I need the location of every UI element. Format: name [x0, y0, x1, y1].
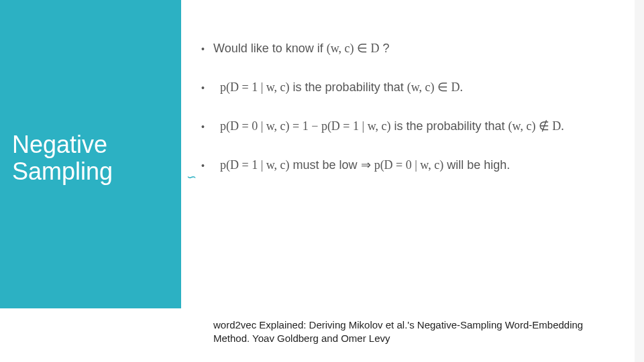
text-fragment: will be high. [443, 158, 510, 172]
math-fragment: (w, c) ∈ D. [407, 80, 463, 94]
math-fragment: p(D = 0 | w, c) [374, 158, 444, 172]
bullet-row: • Would like to know if (w, c) ∈ D ? [201, 40, 610, 58]
bullet-dot-icon: • [201, 79, 213, 97]
math-fragment: (w, c) ∉ D. [508, 119, 564, 133]
bullet-text: p(D = 0 | w, c) = 1 − p(D = 1 | w, c) is… [213, 118, 610, 135]
right-margin [635, 0, 644, 362]
content-area: • Would like to know if (w, c) ∈ D ? • p… [201, 40, 610, 196]
text-fragment: Would like to know if [213, 42, 327, 55]
slide: Negative Sampling ∽ • Would like to know… [0, 0, 644, 362]
citation-text: word2vec Explained: Deriving Mikolov et … [213, 318, 616, 346]
math-fragment: (w, c) ∈ D [327, 42, 380, 55]
text-fragment: ? [380, 42, 390, 55]
math-fragment: p(D = 1 | w, c) [220, 80, 290, 94]
bullet-text: Would like to know if (w, c) ∈ D ? [213, 40, 610, 57]
text-fragment: must be low ⇒ [290, 158, 374, 172]
bullet-row: • p(D = 1 | w, c) is the probability tha… [201, 79, 610, 97]
sidebar-panel: Negative Sampling [0, 0, 181, 308]
text-fragment: is the probability that [390, 119, 508, 133]
math-fragment: p(D = 1 | w, c) [220, 158, 290, 172]
bullet-row: • p(D = 1 | w, c) must be low ⇒ p(D = 0 … [201, 157, 610, 174]
bullet-dot-icon: • [201, 40, 213, 58]
flourish-icon: ∽ [186, 170, 197, 184]
bullet-dot-icon: • [201, 157, 213, 174]
bullet-text: p(D = 1 | w, c) must be low ⇒ p(D = 0 | … [213, 157, 610, 174]
math-fragment: p(D = 0 | w, c) = 1 − p(D = 1 | w, c) [220, 119, 390, 133]
bullet-dot-icon: • [201, 118, 213, 135]
bullet-text: p(D = 1 | w, c) is the probability that … [213, 79, 610, 96]
bullet-row: • p(D = 0 | w, c) = 1 − p(D = 1 | w, c) … [201, 118, 610, 135]
slide-title: Negative Sampling [12, 131, 173, 184]
text-fragment: is the probability that [290, 80, 407, 94]
